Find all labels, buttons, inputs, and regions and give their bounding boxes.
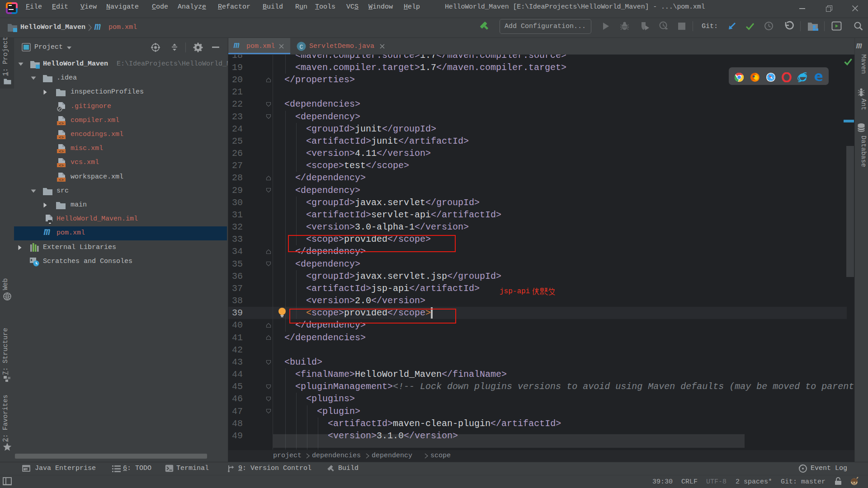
svg-text:<>: <> xyxy=(59,178,64,182)
svg-text:EE: EE xyxy=(26,469,29,472)
svg-text:C: C xyxy=(300,44,303,51)
svg-text:<>: <> xyxy=(59,164,64,168)
svg-text:<>: <> xyxy=(59,136,64,140)
svg-text:<>: <> xyxy=(59,150,64,154)
svg-text:<>: <> xyxy=(59,121,64,126)
